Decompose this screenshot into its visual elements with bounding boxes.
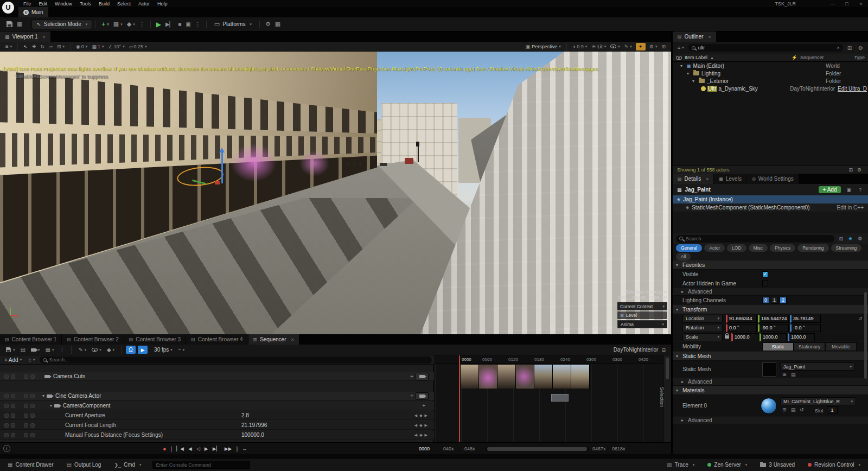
sequencer-scrollbar[interactable] — [666, 358, 669, 379]
grid-snap-toggle[interactable]: ▦ 1 — [90, 44, 106, 49]
outliner-footer-grid-icon[interactable]: ⊞ — [846, 167, 855, 173]
screen-percentage-dropdown[interactable]: ◑ 0.9 — [570, 44, 589, 49]
gizmo-x-axis-handle[interactable] — [215, 181, 220, 184]
filter-chip-all[interactable]: All — [676, 253, 691, 260]
perspective-dropdown[interactable]: ▣ Perspective — [524, 44, 563, 49]
reset-material-icon[interactable]: ↺ — [797, 407, 806, 412]
component-row-instance[interactable]: ◈ Jag_Paint (Instance) — [673, 195, 868, 203]
actor-hidden-checkbox[interactable] — [762, 281, 768, 287]
jump-to-end-icon[interactable]: ▶▶ — [225, 446, 232, 451]
rotation-y-field[interactable]: -90.0 ° — [758, 324, 789, 332]
details-grid-icon[interactable]: ⊞ — [837, 236, 846, 241]
section-materials[interactable]: ▾Materials — [673, 386, 868, 395]
section-advanced-3[interactable]: ▸Advanced — [673, 417, 868, 424]
viewport-settings-icon[interactable]: ⚙ — [647, 44, 660, 49]
visible-checkbox-checked[interactable]: ✓ — [762, 271, 768, 277]
material-sphere-thumbnail[interactable] — [761, 398, 777, 414]
tab-content-browser-1[interactable]: ▤Content Browser 1 — [0, 334, 62, 345]
track-toggle-icon[interactable] — [30, 423, 35, 428]
gizmo-z-axis-arrow[interactable] — [221, 152, 223, 183]
view-mode-dropdown[interactable]: ☀ Lit — [589, 44, 608, 49]
tab-content-browser-2[interactable]: ▤Content Browser 2 — [62, 334, 124, 345]
outliner-add-icon[interactable]: ⊞ — [845, 45, 854, 51]
performance-warning-icon[interactable]: ✦ — [636, 43, 646, 50]
track-filter-icon[interactable]: ≡ — [26, 357, 37, 363]
sequencer-tab-close-icon[interactable]: × — [291, 337, 294, 342]
trace-dropdown[interactable]: ▥Trace — [665, 462, 697, 468]
track-row-manual-focus-distance[interactable]: Manual Focus Distance (Focus Settings) 1… — [0, 431, 434, 440]
outliner-search-input[interactable]: ultr × — [688, 44, 843, 52]
slot-value-field[interactable]: 1 — [827, 406, 838, 414]
content-drawer-button[interactable]: ▦Content Drawer — [5, 462, 55, 468]
scale-y-field[interactable]: 1000.0 — [760, 333, 787, 341]
track-toggle-icon[interactable] — [24, 423, 28, 428]
sequencer-show-icon[interactable] — [90, 348, 104, 352]
selection-mode-dropdown[interactable]: ↖ Selection Mode — [31, 20, 92, 29]
menu-select[interactable]: Select — [113, 1, 135, 7]
stop-icon[interactable]: ■ — [176, 21, 183, 27]
rotation-snap-toggle[interactable]: ∠ 10° — [106, 44, 126, 49]
select-tool-icon[interactable]: ↖ — [21, 44, 30, 49]
outliner-row-lighting[interactable]: ▾ Lighting Folder — [673, 69, 868, 77]
outliner-footer-gear-icon[interactable]: ⚙ — [855, 167, 864, 173]
expand-caret-icon[interactable]: ▾ — [50, 403, 52, 408]
clear-search-icon[interactable]: × — [837, 45, 839, 50]
track-toggle-icon[interactable] — [30, 433, 35, 437]
platforms-dropdown[interactable]: ▭ Platforms — [210, 20, 256, 29]
skip-frame-icon[interactable]: ▶▏ — [163, 21, 176, 27]
location-y-field[interactable]: 165.544724 — [758, 315, 789, 323]
tab-content-browser-3[interactable]: ▤Content Browser 3 — [124, 334, 186, 345]
tab-details[interactable]: ▤ Details × — [673, 174, 714, 184]
view-range-end[interactable]: 0618x — [612, 446, 626, 451]
menu-edit[interactable]: Edit — [35, 1, 52, 7]
edit-in-cpp-link[interactable]: Edit in C++ — [837, 205, 864, 211]
current-time-field[interactable]: 0000 — [419, 446, 430, 451]
output-log-button[interactable]: ▤Output Log — [64, 462, 103, 468]
track-search-input[interactable]: Search... — [40, 357, 432, 364]
channel-0-toggle[interactable]: 0 — [762, 297, 769, 304]
track-toggle-icon[interactable] — [24, 404, 28, 408]
mobility-movable-button[interactable]: Movable — [825, 342, 857, 351]
camera-lock-button[interactable] — [416, 373, 429, 380]
prev-key-icon[interactable]: ◀ — [414, 433, 417, 437]
sequencer-camera-icon[interactable] — [29, 348, 42, 352]
source-control-icon[interactable]: ▦ — [15, 21, 24, 28]
current-context-dropdown[interactable]: Current Context ▾ — [617, 302, 667, 310]
settings-icon[interactable]: ⚙ — [263, 21, 273, 28]
location-z-field[interactable]: 35.78149 — [790, 315, 821, 323]
show-flags-dropdown[interactable] — [608, 44, 622, 49]
play-forward-icon[interactable]: ▶ — [205, 446, 208, 451]
curve-editor-icon[interactable]: ~ — [176, 347, 187, 353]
move-tool-icon[interactable]: ✚ — [30, 44, 39, 49]
viewport-3d-scene[interactable]: [VSM] One Pass Projection max lights ove… — [0, 52, 671, 334]
prev-frame-icon[interactable]: ◀ — [188, 446, 192, 451]
view-range-start[interactable]: -040x — [442, 446, 454, 451]
loop-mode-icon[interactable]: → — [242, 446, 247, 451]
transform-gizmo[interactable] — [174, 157, 233, 195]
selection-side-tab[interactable]: Selection — [659, 387, 665, 407]
details-scrollbar[interactable] — [864, 292, 867, 379]
sequencer-render-icon[interactable]: ▦ — [43, 347, 56, 353]
surface-snap-toggle[interactable]: ◉ 0 — [74, 44, 90, 49]
add-track-button[interactable]: + Add — [2, 357, 24, 363]
track-toggle-icon[interactable] — [4, 374, 9, 379]
expand-caret-icon[interactable]: ▾ — [687, 71, 689, 76]
location-dropdown[interactable]: Location▾ — [682, 315, 723, 323]
outliner-tab-close-icon[interactable]: × — [709, 34, 711, 40]
add-property-icon[interactable]: + — [420, 403, 427, 409]
track-row-camera-component[interactable]: ▾ CameraComponent + — [0, 402, 434, 410]
filter-chip-rendering[interactable]: Rendering — [797, 244, 828, 252]
details-tab-close-icon[interactable]: × — [706, 176, 709, 182]
expand-caret-icon[interactable]: ▾ — [692, 79, 694, 84]
use-selected-asset-icon[interactable]: ⊞ — [780, 372, 789, 377]
tab-world-settings[interactable]: ◎ World Settings — [747, 174, 799, 184]
track-toggle-icon[interactable] — [24, 433, 28, 437]
details-search-input[interactable]: Search — [676, 235, 834, 243]
menu-actor[interactable]: Actor — [135, 1, 154, 7]
menu-file[interactable]: File — [20, 1, 35, 7]
browse-to-material-icon[interactable]: ▤ — [789, 407, 798, 412]
play-reverse-icon[interactable]: ◁ — [196, 446, 200, 451]
tab-viewport-1[interactable]: ▦ Viewport 1 × — [0, 31, 51, 42]
toolbar-overflow-icon[interactable]: ⋮ — [137, 21, 147, 27]
prev-key-icon[interactable]: ◀ — [414, 413, 417, 418]
